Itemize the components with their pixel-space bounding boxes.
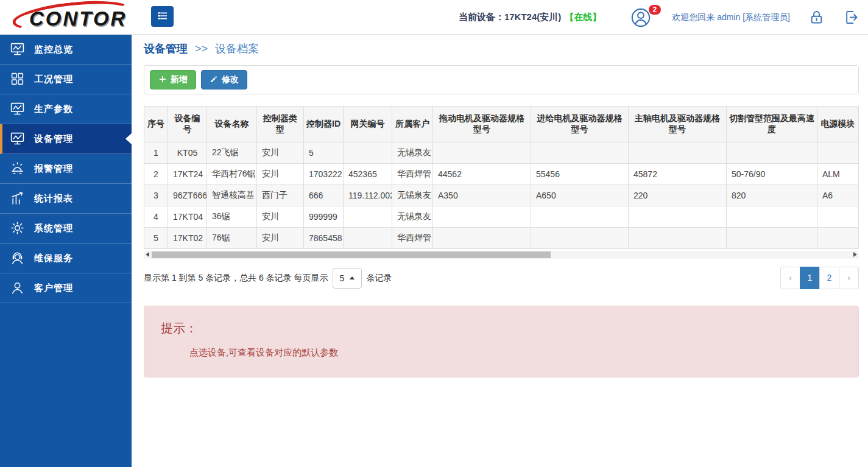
- table-row[interactable]: 217KT24华西村76锯安川1703222452365华西焊管44562554…: [144, 164, 859, 185]
- plus-icon: [158, 75, 167, 85]
- table-cell: [629, 228, 727, 249]
- sidebar-item-production-params[interactable]: 生产参数: [0, 94, 132, 124]
- sidebar-item-label: 监控总览: [34, 44, 73, 55]
- table-body: 1KT0522飞锯安川5无锡泉友217KT24华西村76锯安川170322245…: [144, 142, 859, 249]
- table-cell: 华西焊管: [392, 228, 433, 249]
- sidebar-item-condition-mgmt[interactable]: 工况管理: [0, 65, 132, 94]
- table-cell: 安川: [257, 228, 304, 249]
- menu-list-icon: [157, 10, 169, 24]
- alarm-icon: [10, 161, 26, 177]
- table-cell: ALM: [817, 164, 859, 185]
- table-cell: 44562: [433, 164, 531, 185]
- table-cell: [344, 228, 392, 249]
- column-header: 电源模块: [817, 107, 859, 142]
- sidebar-item-label: 报警管理: [34, 163, 73, 175]
- column-header: 所属客户: [392, 107, 433, 142]
- person-icon: [10, 280, 26, 296]
- breadcrumb-section[interactable]: 设备管理: [144, 43, 188, 55]
- table-cell: [727, 228, 817, 249]
- sidebar-item-label: 生产参数: [34, 104, 73, 115]
- table-cell: 5: [144, 228, 168, 249]
- sidebar-item-statistics-report[interactable]: 统计报表: [0, 184, 132, 214]
- table-cell: 1703222: [304, 164, 344, 185]
- toolbar-panel: 新增 修改: [144, 65, 859, 94]
- column-header: 网关编号: [344, 107, 392, 142]
- chart-icon: [10, 191, 26, 206]
- scroll-right-arrow-icon[interactable]: [853, 252, 857, 257]
- monitor-icon: [10, 41, 26, 57]
- device-table: 序号设备编号设备名称控制器类型控制器ID网关编号所属客户拖动电机及驱动器规格型号…: [144, 106, 859, 249]
- lock-icon: [808, 9, 825, 26]
- lock-button[interactable]: [808, 9, 825, 26]
- logout-button[interactable]: [843, 9, 859, 26]
- table-cell: 5: [304, 142, 344, 164]
- sidebar-item-monitor-overview[interactable]: 监控总览: [0, 35, 132, 65]
- table-cell: 17KT02: [168, 228, 207, 249]
- column-header: 进给电机及驱动器规格型号: [531, 107, 629, 142]
- breadcrumb-page: 设备档案: [215, 43, 259, 55]
- alert-message: 点选设备,可查看设备对应的默认参数: [189, 347, 858, 359]
- page-button-2[interactable]: 2: [819, 267, 839, 289]
- breadcrumb-separator: >>: [195, 43, 208, 55]
- add-button[interactable]: 新增: [150, 70, 196, 90]
- table-row[interactable]: 417KT0436锯安川999999无锡泉友: [144, 206, 859, 228]
- table-cell: 452365: [344, 164, 392, 185]
- table-cell: 36锯: [207, 206, 257, 228]
- top-header: CONTOR 当前设备：17KT24(安川) 【在线】 2 欢迎您回来 admi…: [0, 0, 868, 35]
- table-cell: [531, 206, 629, 228]
- add-button-label: 新增: [171, 74, 188, 85]
- welcome-text: 欢迎您回来 admin [系统管理员]: [672, 12, 790, 23]
- table-cell: 666: [304, 185, 344, 206]
- caret-up-icon: [350, 276, 355, 279]
- table-cell: A350: [433, 185, 531, 206]
- table-cell: 50-76/90: [727, 164, 817, 185]
- page-prev-button[interactable]: ‹: [780, 267, 800, 289]
- sidebar-item-customer-mgmt[interactable]: 客户管理: [0, 273, 132, 303]
- sidebar-item-maintenance-service[interactable]: 维保服务: [0, 244, 132, 273]
- user-avatar-button[interactable]: 2: [630, 7, 651, 28]
- scroll-left-arrow-icon[interactable]: [146, 252, 149, 257]
- notification-badge[interactable]: 2: [649, 5, 662, 15]
- table-cell: 45872: [629, 164, 727, 185]
- table-row[interactable]: 1KT0522飞锯安川5无锡泉友: [144, 142, 859, 164]
- table-cell: 2: [144, 164, 168, 185]
- scrollbar-thumb[interactable]: [152, 251, 551, 258]
- table-cell: [433, 206, 531, 228]
- table-cell: 1: [144, 142, 168, 164]
- edit-button[interactable]: 修改: [201, 70, 247, 90]
- table-row[interactable]: 396ZT666智通核高基西门子666119.112.002无锡泉友A350A6…: [144, 185, 859, 206]
- horizontal-scrollbar[interactable]: [144, 251, 859, 259]
- table-cell: [433, 228, 531, 249]
- table-cell: 华西焊管: [392, 164, 433, 185]
- device-table-wrapper: 序号设备编号设备名称控制器类型控制器ID网关编号所属客户拖动电机及驱动器规格型号…: [144, 106, 859, 249]
- table-cell: [629, 142, 727, 164]
- table-cell: [727, 206, 817, 228]
- sidebar-item-label: 维保服务: [34, 253, 73, 264]
- online-status-badge: 【在线】: [565, 12, 601, 23]
- page-next-button[interactable]: ›: [839, 267, 859, 289]
- sidebar-toggle-button[interactable]: [151, 6, 174, 27]
- table-cell: 22飞锯: [207, 142, 257, 164]
- sidebar-item-system-mgmt[interactable]: 系统管理: [0, 214, 132, 244]
- table-cell: 安川: [257, 142, 304, 164]
- header-right-cluster: 当前设备：17KT24(安川) 【在线】 2 欢迎您回来 admin [系统管理…: [459, 0, 859, 35]
- gear-icon: [10, 220, 26, 236]
- page-size-dropdown[interactable]: 5: [333, 268, 362, 289]
- sidebar-item-label: 工况管理: [34, 74, 73, 85]
- table-cell: 智通核高基: [207, 185, 257, 206]
- table-cell: 4: [144, 206, 168, 228]
- edit-button-label: 修改: [222, 74, 239, 85]
- logout-icon: [843, 9, 859, 26]
- column-header: 序号: [144, 107, 168, 142]
- column-header: 设备编号: [168, 107, 207, 142]
- sidebar-item-device-mgmt[interactable]: 设备管理: [0, 124, 132, 154]
- sidebar-item-alarm-mgmt[interactable]: 报警管理: [0, 154, 132, 184]
- grid-icon: [10, 71, 26, 87]
- table-cell: 无锡泉友: [392, 206, 433, 228]
- logo-text: CONTOR: [29, 7, 127, 30]
- sidebar-item-label: 系统管理: [34, 223, 73, 234]
- table-cell: 76锯: [207, 228, 257, 249]
- headset-icon: [10, 250, 26, 266]
- table-row[interactable]: 517KT0276锯安川7865458华西焊管: [144, 228, 859, 249]
- page-button-1[interactable]: 1: [800, 267, 820, 289]
